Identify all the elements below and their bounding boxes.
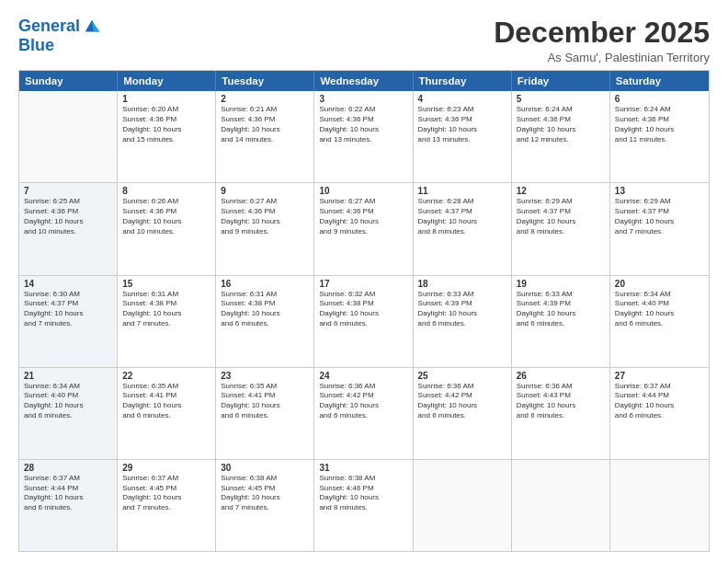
cell-text: Sunrise: 6:25 AM Sunset: 4:36 PM Dayligh… (24, 197, 112, 236)
cell-text: Sunrise: 6:27 AM Sunset: 4:36 PM Dayligh… (221, 197, 309, 236)
header-cell-sunday: Sunday (19, 71, 118, 91)
cell-text: Sunrise: 6:21 AM Sunset: 4:36 PM Dayligh… (221, 105, 309, 144)
day-number: 24 (319, 371, 407, 381)
day-number: 7 (24, 186, 112, 196)
header-cell-friday: Friday (512, 71, 610, 91)
cell-text: Sunrise: 6:36 AM Sunset: 4:42 PM Dayligh… (418, 382, 506, 421)
cal-cell-19: 19Sunrise: 6:33 AM Sunset: 4:39 PM Dayli… (512, 276, 610, 367)
cal-cell-empty (610, 460, 709, 551)
cell-text: Sunrise: 6:34 AM Sunset: 4:40 PM Dayligh… (24, 382, 112, 421)
cal-cell-9: 9Sunrise: 6:27 AM Sunset: 4:36 PM Daylig… (216, 183, 314, 274)
day-number: 25 (418, 371, 506, 381)
day-number: 14 (24, 279, 112, 289)
logo: General Blue (18, 17, 102, 55)
cal-cell-23: 23Sunrise: 6:35 AM Sunset: 4:41 PM Dayli… (216, 368, 314, 459)
day-number: 19 (517, 279, 605, 289)
calendar-row-4: 21Sunrise: 6:34 AM Sunset: 4:40 PM Dayli… (19, 368, 709, 460)
day-number: 11 (418, 186, 506, 196)
cal-cell-25: 25Sunrise: 6:36 AM Sunset: 4:42 PM Dayli… (414, 368, 512, 459)
day-number: 16 (221, 279, 309, 289)
day-number: 13 (615, 186, 704, 196)
cal-cell-24: 24Sunrise: 6:36 AM Sunset: 4:42 PM Dayli… (314, 368, 413, 459)
cal-cell-empty (512, 460, 610, 551)
day-number: 9 (221, 186, 309, 196)
cal-cell-29: 29Sunrise: 6:37 AM Sunset: 4:45 PM Dayli… (118, 460, 216, 551)
cal-cell-31: 31Sunrise: 6:38 AM Sunset: 4:46 PM Dayli… (314, 460, 413, 551)
day-number: 2 (221, 94, 309, 104)
day-number: 28 (24, 463, 112, 473)
cal-cell-1: 1Sunrise: 6:20 AM Sunset: 4:36 PM Daylig… (118, 91, 216, 182)
logo-text: General (18, 17, 80, 36)
cell-text: Sunrise: 6:33 AM Sunset: 4:39 PM Dayligh… (418, 290, 506, 329)
header: General Blue December 2025 As Samu', Pal… (18, 17, 710, 64)
day-number: 20 (615, 279, 704, 289)
day-number: 27 (615, 371, 704, 381)
cell-text: Sunrise: 6:29 AM Sunset: 4:37 PM Dayligh… (517, 197, 605, 236)
cal-cell-5: 5Sunrise: 6:24 AM Sunset: 4:36 PM Daylig… (512, 91, 610, 182)
cell-text: Sunrise: 6:37 AM Sunset: 4:44 PM Dayligh… (24, 474, 112, 513)
cal-cell-7: 7Sunrise: 6:25 AM Sunset: 4:36 PM Daylig… (19, 183, 118, 274)
cal-cell-11: 11Sunrise: 6:28 AM Sunset: 4:37 PM Dayli… (414, 183, 512, 274)
cell-text: Sunrise: 6:35 AM Sunset: 4:41 PM Dayligh… (122, 382, 210, 421)
cal-cell-21: 21Sunrise: 6:34 AM Sunset: 4:40 PM Dayli… (19, 368, 118, 459)
cell-text: Sunrise: 6:29 AM Sunset: 4:37 PM Dayligh… (615, 197, 704, 236)
day-number: 18 (418, 279, 506, 289)
header-cell-monday: Monday (118, 71, 216, 91)
cal-cell-17: 17Sunrise: 6:32 AM Sunset: 4:38 PM Dayli… (314, 276, 413, 367)
day-number: 22 (122, 371, 210, 381)
day-number: 31 (319, 463, 407, 473)
day-number: 1 (122, 94, 210, 104)
cal-cell-26: 26Sunrise: 6:36 AM Sunset: 4:43 PM Dayli… (512, 368, 610, 459)
cal-cell-6: 6Sunrise: 6:24 AM Sunset: 4:36 PM Daylig… (610, 91, 709, 182)
day-number: 10 (319, 186, 407, 196)
day-number: 30 (221, 463, 309, 473)
cell-text: Sunrise: 6:28 AM Sunset: 4:37 PM Dayligh… (418, 197, 506, 236)
cell-text: Sunrise: 6:23 AM Sunset: 4:36 PM Dayligh… (418, 105, 506, 144)
day-number: 23 (221, 371, 309, 381)
cell-text: Sunrise: 6:27 AM Sunset: 4:36 PM Dayligh… (319, 197, 407, 236)
calendar: SundayMondayTuesdayWednesdayThursdayFrid… (18, 70, 710, 552)
cell-text: Sunrise: 6:24 AM Sunset: 4:36 PM Dayligh… (615, 105, 704, 144)
cal-cell-empty (19, 91, 118, 182)
day-number: 5 (517, 94, 605, 104)
cal-cell-8: 8Sunrise: 6:26 AM Sunset: 4:36 PM Daylig… (118, 183, 216, 274)
day-number: 21 (24, 371, 112, 381)
cell-text: Sunrise: 6:20 AM Sunset: 4:36 PM Dayligh… (122, 105, 210, 144)
logo-icon (82, 17, 102, 37)
cell-text: Sunrise: 6:26 AM Sunset: 4:36 PM Dayligh… (122, 197, 210, 236)
header-cell-thursday: Thursday (414, 71, 512, 91)
page: General Blue December 2025 As Samu', Pal… (0, 0, 728, 563)
cell-text: Sunrise: 6:24 AM Sunset: 4:36 PM Dayligh… (517, 105, 605, 144)
cell-text: Sunrise: 6:22 AM Sunset: 4:36 PM Dayligh… (319, 105, 407, 144)
cell-text: Sunrise: 6:38 AM Sunset: 4:46 PM Dayligh… (319, 474, 407, 513)
calendar-row-5: 28Sunrise: 6:37 AM Sunset: 4:44 PM Dayli… (19, 460, 709, 551)
calendar-header: SundayMondayTuesdayWednesdayThursdayFrid… (19, 71, 709, 91)
title-block: December 2025 As Samu', Palestinian Terr… (494, 17, 710, 64)
cell-text: Sunrise: 6:37 AM Sunset: 4:44 PM Dayligh… (615, 382, 704, 421)
logo-general: General (18, 17, 80, 35)
cell-text: Sunrise: 6:32 AM Sunset: 4:38 PM Dayligh… (319, 290, 407, 329)
cal-cell-empty (414, 460, 512, 551)
subtitle: As Samu', Palestinian Territory (494, 51, 710, 64)
cal-cell-15: 15Sunrise: 6:31 AM Sunset: 4:38 PM Dayli… (118, 276, 216, 367)
cal-cell-22: 22Sunrise: 6:35 AM Sunset: 4:41 PM Dayli… (118, 368, 216, 459)
cal-cell-2: 2Sunrise: 6:21 AM Sunset: 4:36 PM Daylig… (216, 91, 314, 182)
day-number: 29 (122, 463, 210, 473)
cal-cell-14: 14Sunrise: 6:30 AM Sunset: 4:37 PM Dayli… (19, 276, 118, 367)
cal-cell-18: 18Sunrise: 6:33 AM Sunset: 4:39 PM Dayli… (414, 276, 512, 367)
day-number: 26 (517, 371, 605, 381)
header-cell-wednesday: Wednesday (314, 71, 413, 91)
cal-cell-12: 12Sunrise: 6:29 AM Sunset: 4:37 PM Dayli… (512, 183, 610, 274)
cal-cell-30: 30Sunrise: 6:38 AM Sunset: 4:45 PM Dayli… (216, 460, 314, 551)
cell-text: Sunrise: 6:33 AM Sunset: 4:39 PM Dayligh… (517, 290, 605, 329)
day-number: 3 (319, 94, 407, 104)
cell-text: Sunrise: 6:35 AM Sunset: 4:41 PM Dayligh… (221, 382, 309, 421)
day-number: 6 (615, 94, 704, 104)
day-number: 17 (319, 279, 407, 289)
day-number: 4 (418, 94, 506, 104)
month-title: December 2025 (494, 17, 710, 49)
cell-text: Sunrise: 6:31 AM Sunset: 4:38 PM Dayligh… (221, 290, 309, 329)
cal-cell-27: 27Sunrise: 6:37 AM Sunset: 4:44 PM Dayli… (610, 368, 709, 459)
cell-text: Sunrise: 6:36 AM Sunset: 4:43 PM Dayligh… (517, 382, 605, 421)
cal-cell-20: 20Sunrise: 6:34 AM Sunset: 4:40 PM Dayli… (610, 276, 709, 367)
